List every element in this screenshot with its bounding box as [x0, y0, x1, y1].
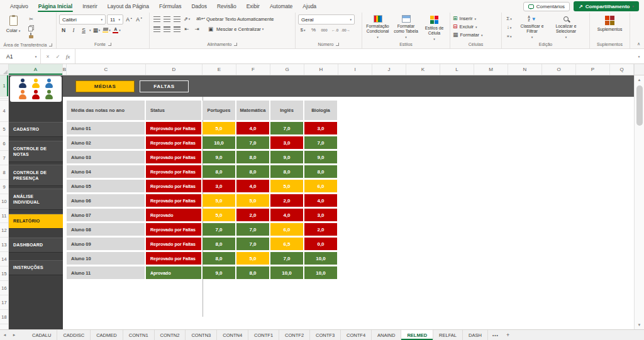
sidebar-item-controle-de-notas[interactable]: CONTROLE DE NOTAS — [9, 141, 63, 162]
sheet-tab-contn3[interactable]: CONTN3 — [186, 330, 217, 340]
cell-styles-button[interactable]: Estilos de Célula ▾ — [421, 14, 447, 41]
decrease-font-button[interactable]: A▾ — [135, 15, 143, 24]
format-as-table-button[interactable]: Formatar como Tabela ▾ — [393, 14, 419, 39]
sidebar-item-cadastro[interactable]: CADASTRO — [9, 122, 63, 137]
row-header-14[interactable]: 14 — [0, 252, 8, 266]
sidebar-item-dashboard[interactable]: DASHBOARD — [9, 238, 63, 253]
student-name-cell[interactable]: Aluno 02 — [67, 136, 145, 149]
font-color-button[interactable]: A▾ — [113, 26, 121, 35]
grade-cell[interactable]: 7,0 — [270, 252, 303, 265]
cut-button[interactable]: ✂ — [26, 15, 36, 23]
align-top-button[interactable] — [152, 14, 161, 23]
sheet-tab-contn2[interactable]: CONTN2 — [155, 330, 186, 340]
grade-cell[interactable]: 7,0 — [304, 136, 337, 149]
select-all-corner[interactable] — [0, 64, 9, 75]
sheet-tab-contf1[interactable]: CONTF1 — [248, 330, 279, 340]
sheet-tab-contn1[interactable]: CONTN1 — [123, 330, 155, 340]
grade-cell[interactable]: 6,5 — [270, 238, 303, 250]
grade-cell[interactable]: 9,0 — [203, 266, 235, 279]
student-name-cell[interactable]: Aluno 06 — [67, 194, 145, 207]
grade-cell[interactable]: 9,0 — [304, 151, 337, 163]
grade-cell[interactable]: 5,0 — [203, 194, 235, 207]
grade-cell[interactable]: 5,0 — [203, 122, 235, 134]
accounting-format-button[interactable]: $▾ — [298, 26, 308, 34]
insert-cells-button[interactable]: ⊞Inserir▾ — [453, 14, 482, 23]
status-cell[interactable]: Reprovado por Faltas — [146, 151, 201, 163]
font-size-select[interactable]: 11▾ — [107, 14, 123, 25]
grade-cell[interactable]: 6,0 — [270, 223, 303, 236]
grade-cell[interactable]: 3,0 — [203, 180, 235, 192]
wrap-text-label[interactable]: Quebrar Texto Automaticamente — [206, 16, 274, 22]
grade-cell[interactable]: 0,0 — [304, 238, 337, 250]
expand-formula-bar-button[interactable]: ▾ — [634, 49, 644, 63]
number-format-select[interactable]: Geral▾ — [298, 14, 355, 25]
sidebar-item-controle-de-presenca[interactable]: CONTROLE DE PRESENÇA — [9, 165, 63, 186]
student-name-cell[interactable]: Aluno 01 — [67, 122, 145, 134]
menu-tab-exibir[interactable]: Exibir — [242, 0, 265, 13]
sidebar-item-relatorio[interactable]: RELATÓRIO — [9, 214, 63, 229]
align-right-button[interactable] — [172, 25, 181, 33]
decrease-indent-button[interactable]: ⇤ — [182, 25, 191, 33]
sheet-tab-cadalu[interactable]: CADALU — [26, 330, 57, 340]
column-header-c[interactable]: C — [67, 64, 146, 75]
scroll-up-arrow[interactable]: ▲ — [635, 75, 644, 84]
grade-cell[interactable]: 7,0 — [236, 223, 269, 236]
scroll-down-arrow[interactable]: ▼ — [635, 321, 644, 329]
column-header-q[interactable]: Q — [610, 64, 634, 75]
column-header-e[interactable]: E — [203, 64, 236, 75]
grade-cell[interactable]: 7,0 — [203, 223, 235, 236]
row-header-18[interactable]: 18 — [0, 310, 8, 324]
sheet-tab-relfal[interactable]: RELFAL — [433, 330, 463, 340]
dialog-launcher-icon[interactable] — [336, 43, 339, 46]
column-header-p[interactable]: P — [576, 64, 610, 75]
menu-tab-automate[interactable]: Automate — [265, 0, 297, 13]
menu-tab-ajuda[interactable]: Ajuda — [297, 0, 321, 13]
status-cell[interactable]: Reprovado por Faltas — [146, 238, 201, 250]
student-name-cell[interactable]: Aluno 09 — [67, 238, 145, 250]
increase-decimal-button[interactable]: ←.0 — [330, 26, 340, 34]
sidebar-item-analise-individual[interactable]: ANÁLISE INDIVIDUAL — [9, 189, 63, 210]
column-header-g[interactable]: G — [270, 64, 304, 75]
column-header-k[interactable]: K — [406, 64, 440, 75]
row-header-13[interactable]: 13 — [0, 238, 8, 252]
grade-cell[interactable]: 8,0 — [203, 238, 235, 250]
student-name-cell[interactable]: Aluno 05 — [67, 180, 145, 192]
paste-button[interactable]: Colar ▾ — [3, 14, 24, 33]
row-header-5[interactable]: 5 — [0, 122, 8, 136]
format-cells-button[interactable]: ▦Formatar▾ — [453, 31, 482, 39]
percent-style-button[interactable]: % — [309, 26, 318, 34]
column-header-h[interactable]: H — [304, 64, 338, 75]
name-box-dropdown[interactable]: ▾ — [31, 49, 41, 63]
row-header-7[interactable]: 7 — [0, 151, 8, 165]
grade-cell[interactable]: 7,0 — [236, 136, 269, 149]
medias-button[interactable]: MÉDIAS — [75, 80, 135, 92]
row-header-16[interactable]: 16 — [0, 281, 8, 295]
grade-cell[interactable]: 2,0 — [304, 223, 337, 236]
grade-cell[interactable]: 4,0 — [270, 209, 303, 221]
sheet-tab-relmed[interactable]: RELMED — [401, 330, 433, 340]
increase-font-button[interactable]: A▴ — [125, 15, 133, 24]
grade-cell[interactable]: 10,0 — [270, 266, 303, 279]
sort-filter-button[interactable]: AZ▼ Classificar e Filtrar ▾ — [516, 14, 548, 39]
decrease-decimal-button[interactable]: .00→ — [341, 26, 350, 34]
grade-cell[interactable]: 8,0 — [236, 165, 269, 178]
menu-tab-inserir[interactable]: Inserir — [77, 0, 103, 13]
grade-cell[interactable]: 8,0 — [304, 165, 337, 178]
grade-cell[interactable]: 8,0 — [236, 151, 269, 163]
underline-button[interactable]: S — [79, 26, 88, 35]
grade-cell[interactable]: 7,0 — [236, 238, 269, 250]
grade-cell[interactable]: 2,0 — [236, 209, 269, 221]
align-middle-button[interactable] — [162, 14, 171, 23]
grade-cell[interactable]: 5,0 — [236, 252, 269, 265]
grade-cell[interactable]: 5,0 — [236, 194, 269, 207]
add-sheet-button[interactable]: + — [503, 330, 513, 340]
column-header-m[interactable]: M — [474, 64, 508, 75]
column-header-i[interactable]: I — [338, 64, 372, 75]
row-header-15[interactable]: 15 — [0, 266, 8, 281]
font-name-select[interactable]: Calibri▾ — [59, 14, 106, 25]
status-cell[interactable]: Reprovado por Faltas — [146, 136, 201, 149]
grade-cell[interactable]: 8,0 — [203, 252, 235, 265]
row-header-17[interactable]: 17 — [0, 295, 8, 310]
sheet-tab-contf3[interactable]: CONTF3 — [310, 330, 341, 340]
grade-cell[interactable]: 4,0 — [236, 180, 269, 192]
